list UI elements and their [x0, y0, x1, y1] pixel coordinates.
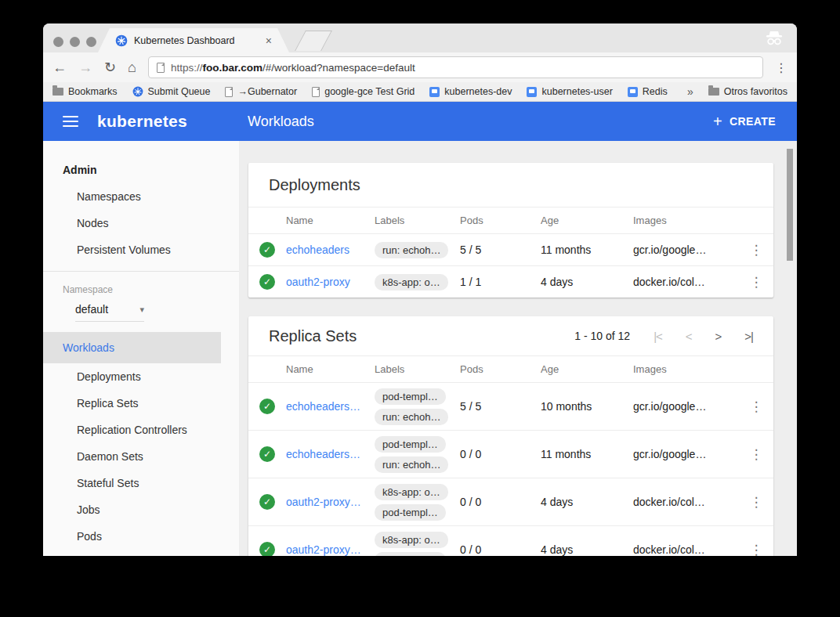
group-icon [628, 87, 638, 97]
bookmark-folder-bookmarks[interactable]: Bookmarks [52, 86, 118, 97]
group-icon [527, 87, 537, 97]
age-cell: 10 months [541, 400, 633, 413]
sidebar-item-workloads[interactable]: Workloads [43, 332, 221, 363]
age-cell: 4 days [541, 276, 633, 288]
row-menu-icon[interactable]: ⋮ [739, 242, 773, 258]
bookmarks-overflow-icon[interactable]: » [687, 85, 693, 98]
namespace-select[interactable]: default ▾ [75, 297, 144, 322]
new-tab-button[interactable] [295, 31, 332, 51]
sidebar-item-jobs[interactable]: Jobs [43, 496, 239, 523]
col-labels: Labels [375, 215, 460, 226]
bookmark-submit-queue[interactable]: Submit Queue [132, 86, 211, 97]
sidebar-item-replica-sets[interactable]: Replica Sets [43, 390, 239, 417]
create-button[interactable]: + CREATE [713, 113, 776, 131]
pagination-next-icon[interactable]: > [715, 330, 722, 343]
pagination-first-icon[interactable]: |< [654, 330, 662, 343]
row-menu-icon[interactable]: ⋮ [739, 399, 773, 415]
pagination-prev-icon[interactable]: < [686, 330, 692, 343]
label-chip: k8s-app: o… [375, 274, 448, 290]
resource-link[interactable]: oauth2-proxy… [286, 543, 375, 556]
resource-link[interactable]: echoheaders… [286, 400, 375, 413]
col-pods: Pods [460, 215, 541, 226]
resource-link[interactable]: echoheaders [286, 244, 375, 256]
col-labels: Labels [375, 363, 460, 375]
status-ok-icon: ✓ [259, 242, 275, 258]
browser-menu-icon[interactable]: ⋮ [775, 60, 788, 75]
sidebar-item-replication-controllers[interactable]: Replication Controllers [43, 417, 239, 443]
home-icon[interactable]: ⌂ [128, 60, 136, 74]
close-tab-icon[interactable]: × [266, 34, 272, 47]
status-ok-icon: ✓ [259, 274, 275, 290]
images-cell: gcr.io/google… [633, 448, 739, 460]
zoom-window-button[interactable] [86, 37, 96, 47]
resource-link[interactable]: echoheaders… [286, 448, 375, 460]
resource-link[interactable]: oauth2-proxy [286, 276, 375, 288]
status-ok-icon: ✓ [259, 542, 275, 556]
back-icon[interactable]: ← [52, 60, 67, 74]
status-ok-icon: ✓ [259, 446, 275, 462]
table-header: Name Labels Pods Age Images [248, 355, 773, 382]
status-ok-icon: ✓ [259, 399, 275, 414]
bookmark-gubernator[interactable]: →Gubernator [225, 86, 297, 97]
bookmark-google-gce-test-grid[interactable]: google-gce Test Grid [312, 86, 415, 97]
bookmark-label: Submit Queue [148, 86, 211, 97]
sidebar-item-nodes[interactable]: Nodes [43, 210, 239, 236]
kubernetes-favicon-icon [115, 34, 128, 47]
col-images: Images [633, 215, 739, 226]
hamburger-menu-icon[interactable] [63, 116, 78, 127]
row-menu-icon[interactable]: ⋮ [739, 274, 773, 290]
sidebar-item-persistent-volumes[interactable]: Persistent Volumes [43, 236, 239, 263]
close-window-button[interactable] [53, 37, 63, 47]
sidebar-item-namespaces[interactable]: Namespaces [43, 183, 239, 210]
refresh-icon[interactable]: ↻ [104, 60, 116, 74]
col-name: Name [286, 215, 375, 226]
bookmark-kubernetes-user[interactable]: kubernetes-user [527, 86, 612, 97]
app-header: kubernetes Workloads + CREATE [43, 102, 797, 141]
plus-icon: + [713, 113, 722, 131]
table-row: ✓ oauth2-proxy… k8s-app: o… pod-templ… 0… [248, 525, 773, 556]
bookmark-label: google-gce Test Grid [324, 86, 415, 97]
images-cell: docker.io/col… [633, 276, 739, 288]
images-cell: gcr.io/google… [633, 400, 739, 413]
bookmark-redis[interactable]: Redis [628, 86, 668, 97]
sidebar-item-stateful-sets[interactable]: Stateful Sets [43, 470, 239, 496]
deployments-card: Deployments Name Labels Pods Age Images … [248, 163, 773, 298]
url-domain: foo.bar.com [203, 62, 263, 74]
col-pods: Pods [460, 363, 541, 375]
pagination-last-icon[interactable]: >| [744, 330, 753, 343]
bookmark-label: kubernetes-dev [444, 86, 512, 97]
sidebar-item-admin[interactable]: Admin [43, 157, 239, 183]
forward-icon[interactable]: → [78, 60, 92, 74]
sidebar-item-pods[interactable]: Pods [43, 523, 239, 550]
row-menu-icon[interactable]: ⋮ [739, 542, 773, 557]
sidebar-item-deployments[interactable]: Deployments [43, 363, 239, 390]
browser-toolbar: ← → ↻ ⌂ https://foo.bar.com/#/workload?n… [43, 52, 797, 82]
row-menu-icon[interactable]: ⋮ [739, 446, 773, 463]
col-name: Name [286, 363, 375, 375]
sidebar-item-daemon-sets[interactable]: Daemon Sets [43, 443, 239, 470]
resource-link[interactable]: oauth2-proxy… [286, 496, 375, 508]
url-scheme: https:// [171, 62, 203, 74]
doc-icon [312, 87, 320, 97]
label-chip: pod-templ… [375, 552, 446, 557]
address-bar[interactable]: https://foo.bar.com/#/workload?namespace… [148, 56, 763, 78]
table-row: ✓ echoheaders run: echoh… 5 / 5 11 month… [248, 233, 773, 265]
card-title: Deployments [269, 176, 360, 194]
bookmark-label: →Gubernator [237, 86, 297, 97]
images-cell: docker.io/col… [633, 543, 739, 556]
browser-tab[interactable]: Kubernetes Dashboard × [98, 28, 289, 52]
label-chip: pod-templ… [375, 436, 446, 453]
label-chip: run: echoh… [375, 409, 448, 425]
images-cell: gcr.io/google… [633, 244, 739, 256]
row-menu-icon[interactable]: ⋮ [739, 494, 773, 511]
bookmarks-bar: Bookmarks Submit Queue →Gubernator googl… [43, 82, 797, 102]
chevron-down-icon: ▾ [139, 305, 144, 315]
bookmark-kubernetes-dev[interactable]: kubernetes-dev [429, 86, 512, 97]
age-cell: 4 days [541, 543, 633, 556]
label-chip: run: echoh… [375, 456, 448, 473]
bookmark-label: kubernetes-user [541, 86, 612, 97]
bookmark-folder-otros-favoritos[interactable]: Otros favoritos [708, 86, 788, 97]
minimize-window-button[interactable] [70, 37, 80, 47]
scrollbar-thumb[interactable] [787, 149, 793, 261]
browser-window: Kubernetes Dashboard × ← → ↻ ⌂ https://f… [43, 23, 797, 556]
